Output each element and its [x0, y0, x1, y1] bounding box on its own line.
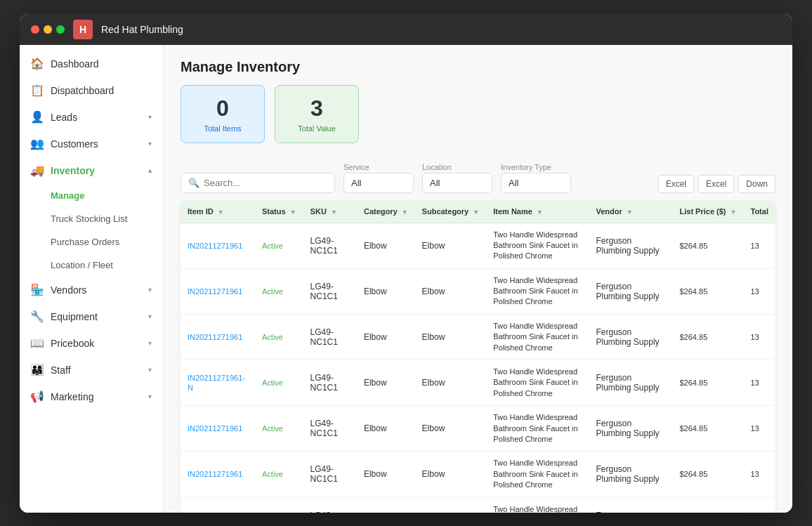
export-download-button[interactable]: Down [738, 175, 775, 193]
marketing-icon: 📢 [31, 390, 44, 403]
cell-sku: LG49-NC1C1 [303, 452, 357, 497]
cell-vendor: Ferguson Plumbing Supply [589, 223, 673, 268]
submenu-truck-stocking[interactable]: Truck Stocking List [20, 207, 163, 230]
main-layout: 🏠 Dashboard 📋 Dispatchboard 👤 Leads ▾ 👥 … [20, 45, 792, 513]
cell-sku: LG49-NC1C1 [303, 314, 357, 360]
service-select[interactable]: All [343, 173, 414, 193]
inventory-chevron: ▴ [148, 166, 152, 174]
sidebar-item-customers[interactable]: 👥 Customers ▾ [20, 131, 163, 157]
status-badge: Active [262, 379, 283, 387]
col-vendor: Vendor ▼ [589, 200, 673, 223]
export-excel1-button[interactable]: Excel [658, 175, 694, 193]
item-id-link[interactable]: IN20211271961-N [188, 511, 245, 513]
item-name-filter-icon[interactable]: ▼ [537, 209, 543, 216]
cell-item-id: IN20211271961 [181, 452, 255, 497]
col-item-id: Item ID ▼ [181, 200, 255, 223]
filter-service-group: Service All [343, 163, 414, 193]
cell-total: 13 [744, 406, 776, 452]
page-header: Manage Inventory 0 Total Items 3 Total V… [164, 45, 792, 163]
cell-category: Elbow [357, 223, 415, 268]
item-id-filter-icon[interactable]: ▼ [218, 209, 224, 216]
status-filter-icon[interactable]: ▼ [290, 209, 296, 216]
vendor-filter-icon[interactable]: ▼ [627, 209, 633, 216]
service-label: Service [343, 163, 414, 171]
submenu-purchase-orders[interactable]: Purchase Orders [20, 230, 163, 254]
close-dot[interactable] [31, 25, 39, 34]
item-id-link[interactable]: IN20211271961 [188, 333, 242, 341]
staff-chevron: ▾ [148, 366, 152, 374]
cell-price: $264.85 [673, 314, 744, 360]
page-title: Manage Inventory [181, 59, 775, 75]
cell-item-id: IN20211271961 [181, 223, 255, 268]
inventory-submenu: Manage Truck Stocking List Purchase Orde… [20, 184, 163, 277]
vendors-icon: 🏪 [31, 284, 44, 296]
cell-sku: LG49-NC1C1 [303, 497, 357, 512]
cell-vendor: Ferguson Plumbing Supply [589, 497, 673, 512]
subcategory-filter-icon[interactable]: ▼ [473, 209, 479, 216]
cell-vendor: Ferguson Plumbing Supply [589, 452, 673, 497]
inventory-type-label: Inventory Type [501, 163, 571, 171]
marketing-chevron: ▾ [148, 393, 152, 400]
price-filter-icon[interactable]: ▼ [731, 209, 737, 216]
col-status: Status ▼ [255, 200, 303, 223]
stat-total-value-label: Total Value [289, 124, 344, 133]
item-id-link[interactable]: IN20211271961 [188, 424, 242, 433]
sidebar-item-dashboard[interactable]: 🏠 Dashboard [20, 51, 163, 77]
sidebar-item-staff[interactable]: 👨‍👩‍👧 Staff ▾ [20, 357, 163, 383]
cell-total: 13 [744, 452, 776, 497]
item-id-link[interactable]: IN20211271961-N [188, 374, 245, 392]
cell-price: $264.85 [673, 406, 744, 452]
customers-chevron: ▾ [148, 140, 152, 147]
sidebar-item-vendors[interactable]: 🏪 Vendors ▾ [20, 277, 163, 303]
sidebar-item-inventory[interactable]: 🚚 Inventory ▴ [20, 157, 163, 184]
sidebar-item-leads[interactable]: 👤 Leads ▾ [20, 104, 163, 131]
stat-total-items-value: 0 [195, 96, 250, 121]
sidebar-item-equipment[interactable]: 🔧 Equipment ▾ [20, 303, 163, 330]
cell-item-id: IN20211271961-N [181, 360, 255, 406]
status-badge: Active [262, 287, 283, 296]
minimize-dot[interactable] [44, 25, 52, 34]
sidebar-item-marketing[interactable]: 📢 Marketing ▾ [20, 383, 163, 410]
table-row: IN20211271961-N Active LG49-NC1C1 Elbow … [181, 360, 775, 406]
submenu-location-fleet[interactable]: Location / Fleet [20, 254, 163, 277]
cell-status: Active [255, 360, 303, 406]
location-label: Location [422, 163, 492, 171]
category-filter-icon[interactable]: ▼ [402, 209, 408, 216]
window-controls [31, 25, 65, 34]
inventory-type-select[interactable]: All [501, 173, 571, 193]
cell-category: Elbow [357, 360, 415, 406]
submenu-manage[interactable]: Manage [20, 184, 163, 207]
maximize-dot[interactable] [56, 25, 65, 34]
location-select[interactable]: All [422, 173, 492, 193]
vendors-chevron: ▾ [148, 286, 152, 294]
item-id-link[interactable]: IN20211271961 [188, 242, 242, 250]
cell-item-name: Two Handle Widespread Bathroom Sink Fauc… [486, 268, 589, 314]
sidebar-item-pricebook[interactable]: 📖 Pricebook ▾ [20, 330, 163, 357]
item-id-link[interactable]: IN20211271961 [188, 287, 242, 296]
search-box[interactable]: 🔍 [181, 173, 335, 193]
search-input[interactable] [204, 178, 327, 188]
cell-category: Elbow [357, 497, 415, 512]
filter-inventory-type-group: Inventory Type All [501, 163, 571, 193]
sidebar-item-dispatchboard[interactable]: 📋 Dispatchboard [20, 77, 163, 104]
cell-item-id: IN20211271961-N [181, 497, 255, 512]
cell-sku: LG49-NC1C1 [303, 223, 357, 268]
col-subcategory: Subcategory ▼ [415, 200, 487, 223]
cell-item-name: Two Handle Widespread Bathroom Sink Fauc… [486, 360, 589, 406]
cell-subcategory: Elbow [415, 406, 487, 452]
sku-filter-icon[interactable]: ▼ [331, 209, 337, 216]
search-icon: 🔍 [188, 178, 199, 188]
status-badge: Active [262, 242, 283, 250]
cell-category: Elbow [357, 452, 415, 497]
export-excel2-button[interactable]: Excel [698, 175, 734, 193]
cell-sku: LG49-NC1C1 [303, 268, 357, 314]
cell-status: Active [255, 314, 303, 360]
cell-status: Active [255, 268, 303, 314]
stat-total-items-label: Total Items [195, 124, 250, 133]
cell-price: $264.85 [673, 452, 744, 497]
table-row: IN20211271961-N Active LG49-NC1C1 Elbow … [181, 497, 775, 512]
cell-category: Elbow [357, 314, 415, 360]
sidebar-label-inventory: Inventory [51, 165, 95, 176]
cell-subcategory: Elbow [415, 268, 487, 314]
item-id-link[interactable]: IN20211271961 [188, 470, 242, 478]
